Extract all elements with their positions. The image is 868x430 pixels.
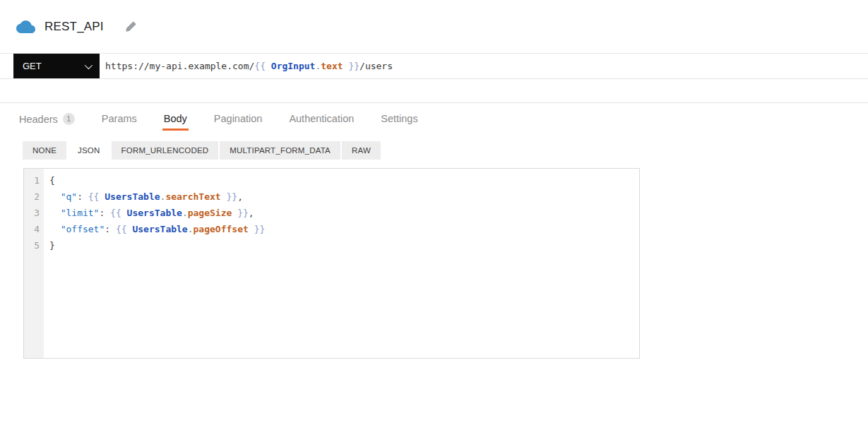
body-type-raw[interactable]: RAW (342, 141, 381, 160)
code-token: : (105, 224, 116, 234)
tab-headers[interactable]: Headers 1 (18, 103, 76, 131)
code-line[interactable]: "limit": {{ UsersTable.pageSize }}, (49, 205, 639, 221)
code-token: , (249, 208, 254, 218)
pencil-icon (125, 20, 137, 32)
chevron-down-icon (85, 61, 93, 68)
body-type-json[interactable]: JSON (68, 141, 109, 160)
code-token: }} (343, 61, 359, 71)
code-token: pageSize (188, 208, 232, 218)
tab-label: Headers (19, 114, 58, 125)
json-body-editor[interactable]: 1 2 3 4 5 { "q": {{ UsersTable.searchTex… (23, 168, 640, 359)
request-config-tabs: Headers 1 Params Body Pagination Authent… (0, 103, 868, 131)
code-token: "q" (61, 191, 77, 202)
line-number: 2 (24, 189, 40, 205)
tab-pagination[interactable]: Pagination (213, 103, 264, 131)
code-line[interactable]: "q": {{ UsersTable.searchText }}, (49, 189, 639, 205)
line-number: 5 (24, 237, 40, 253)
page-title: REST_API (44, 20, 104, 34)
code-token: }} (221, 191, 237, 202)
line-number: 4 (24, 221, 40, 237)
tab-params[interactable]: Params (100, 103, 138, 131)
cloud-icon (16, 20, 35, 34)
code-token (49, 224, 61, 234)
code-token: UsersTable (127, 208, 182, 218)
tab-label: Params (102, 113, 137, 124)
code-token: }} (249, 224, 265, 234)
line-number: 3 (24, 205, 40, 221)
tab-authentication[interactable]: Authentication (287, 103, 355, 131)
code-token: . (188, 224, 194, 234)
code-token: {{ (116, 224, 132, 234)
tab-label: Authentication (289, 113, 354, 124)
code-token: { (49, 175, 55, 186)
code-token: "limit" (61, 208, 100, 218)
code-token: https://my-api.example.com/ (105, 61, 254, 71)
line-number: 1 (24, 172, 40, 189)
code-token: /users (359, 61, 393, 71)
code-token: UsersTable (132, 224, 187, 234)
tab-label: Settings (381, 113, 417, 124)
code-area[interactable]: { "q": {{ UsersTable.searchText }}, "lim… (44, 169, 639, 358)
code-line[interactable]: "offset": {{ UsersTable.pageOffset }} (49, 221, 639, 237)
code-token: : (77, 191, 88, 202)
tab-label: Body (164, 113, 187, 124)
body-type-tabs: NONE JSON FORM_URLENCODED MULTIPART_FORM… (23, 141, 381, 160)
body-type-none[interactable]: NONE (23, 141, 66, 160)
code-token: {{ (110, 208, 126, 218)
code-line[interactable]: { (49, 172, 639, 189)
code-token: }} (232, 208, 248, 218)
code-token: {{ (254, 61, 270, 71)
code-token: pageOffset (194, 224, 249, 234)
request-bar: GET https://my-api.example.com/{{ OrgInp… (0, 53, 868, 79)
code-token: . (182, 208, 188, 218)
code-token: , (237, 191, 243, 202)
tab-label: Pagination (214, 113, 263, 124)
body-type-form-urlencoded[interactable]: FORM_URLENCODED (112, 141, 219, 160)
line-number-gutter: 1 2 3 4 5 (24, 169, 44, 358)
code-token: . (315, 61, 321, 71)
headers-count-badge: 1 (63, 113, 75, 125)
code-token (49, 191, 61, 202)
api-header: REST_API (0, 0, 868, 53)
code-token: text (321, 61, 343, 71)
method-dropdown[interactable]: GET (13, 54, 100, 78)
code-token: UsersTable (105, 191, 160, 202)
code-token: : (99, 208, 110, 218)
method-label: GET (23, 61, 42, 71)
code-token: "offset" (61, 224, 105, 234)
tab-body[interactable]: Body (162, 103, 189, 131)
code-line[interactable]: } (49, 237, 639, 253)
section-divider (0, 79, 868, 103)
body-type-multipart-form-data[interactable]: MULTIPART_FORM_DATA (220, 141, 340, 160)
rename-button[interactable] (125, 20, 138, 33)
code-token: OrgInput (271, 61, 316, 71)
code-token: } (49, 240, 55, 251)
code-token: searchText (165, 191, 220, 202)
tab-settings[interactable]: Settings (379, 103, 419, 131)
url-input[interactable]: https://my-api.example.com/{{ OrgInput.t… (100, 54, 868, 78)
code-token (49, 208, 61, 218)
code-token: {{ (88, 191, 105, 202)
